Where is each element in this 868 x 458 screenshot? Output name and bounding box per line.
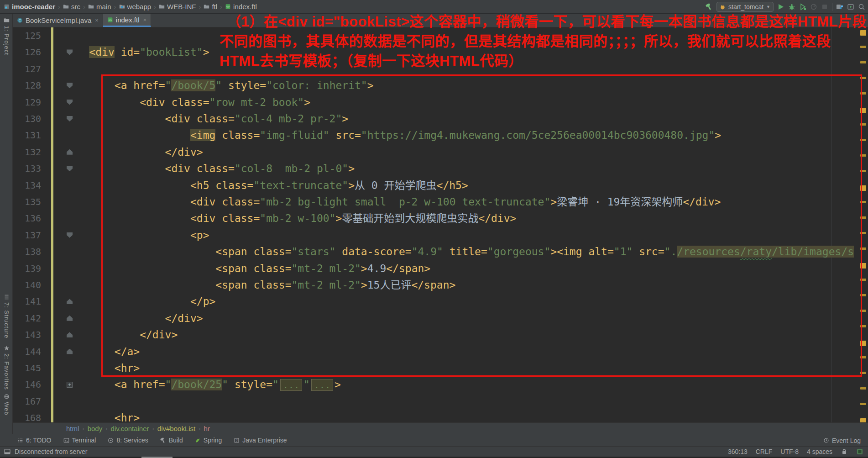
terminal-icon xyxy=(63,437,69,443)
structure-stripe-icon xyxy=(4,294,10,300)
line-number: 134 xyxy=(13,177,41,194)
breadcrumb-item-div.container[interactable]: div.container xyxy=(111,425,149,432)
path-item-main[interactable]: main xyxy=(88,3,111,11)
event-log-label: Event Log xyxy=(832,437,861,444)
run-window-icon[interactable] xyxy=(847,3,854,11)
close-icon[interactable]: × xyxy=(143,16,147,23)
toolwindow-button-label: 8: Services xyxy=(116,437,148,444)
run-icon[interactable] xyxy=(777,3,784,11)
breadcrumb-separator: › xyxy=(105,425,107,432)
close-icon[interactable]: × xyxy=(95,17,99,24)
tool-stripe-label: 2: Favorites xyxy=(3,353,10,390)
encoding-indicator[interactable]: UTF-8 xyxy=(780,448,799,455)
path-label: main xyxy=(96,3,111,11)
path-item-WEB-INF[interactable]: WEB-INF xyxy=(159,3,196,11)
path-item-webapp[interactable]: webapp xyxy=(119,3,152,11)
code-text: <hr> xyxy=(64,410,140,422)
toolwindow-button-spring[interactable]: Spring xyxy=(195,437,222,444)
tab-index.ftl[interactable]: <>index.ftl× xyxy=(103,14,151,27)
toolwindow-switcher-icon[interactable] xyxy=(4,448,11,455)
tab-BookServiceImpl.java[interactable]: CBookServiceImpl.java× xyxy=(13,14,103,27)
caret-position[interactable]: 360:13 xyxy=(728,448,748,455)
tomcat-icon xyxy=(720,4,726,10)
toolwindow-button--services[interactable]: 8: Services xyxy=(108,437,148,444)
folder-icon xyxy=(88,4,94,10)
annotation-rectangle xyxy=(101,74,862,377)
warning-stripe-mark xyxy=(860,30,866,36)
code-line-167[interactable]: 167 xyxy=(13,393,868,410)
event-log-button[interactable]: Event Log xyxy=(823,434,861,447)
web-stripe-icon xyxy=(4,394,10,400)
svg-text:J: J xyxy=(236,438,237,442)
breadcrumb-item-div#bookList[interactable]: div#bookList xyxy=(157,425,195,432)
folder-icon xyxy=(159,4,165,10)
annotation-text-line-3: HTML去书写模板；（复制一下这块HTML代码） xyxy=(220,53,523,69)
breadcrumb-separator: › xyxy=(152,425,154,432)
line-number: 168 xyxy=(13,410,41,422)
build-icon xyxy=(160,437,166,443)
tool-stripe-button--favorites[interactable]: 2: Favorites xyxy=(0,345,13,390)
breadcrumb-separator: › xyxy=(82,425,84,432)
left-tool-stripe: 1: Project7: Structure2: FavoritesWeb xyxy=(0,14,13,434)
tab-label: BookServiceImpl.java xyxy=(26,16,91,24)
path-item-src[interactable]: src xyxy=(63,3,80,11)
coverage-icon[interactable] xyxy=(799,3,806,11)
profiler-icon[interactable] xyxy=(810,3,817,11)
folder-icon xyxy=(63,4,69,10)
path-separator: › xyxy=(153,3,157,11)
tool-stripe-button-web[interactable]: Web xyxy=(0,394,13,416)
search-icon[interactable] xyxy=(858,3,865,11)
ftl-file-icon: <> xyxy=(107,17,113,23)
build-hammer-icon[interactable] xyxy=(706,3,713,11)
toolwindow-button--todo[interactable]: 6: TODO xyxy=(17,437,52,444)
toolwindow-button-label: Spring xyxy=(204,437,222,444)
java-class-icon: C xyxy=(17,17,23,23)
project-structure-icon[interactable] xyxy=(836,3,843,11)
file-path-breadcrumb: imooc-reader›src›main›webapp›WEB-INF›ftl… xyxy=(0,3,257,11)
path-separator: › xyxy=(198,3,202,11)
toolwindow-bar: 6: TODOTerminal8: ServicesBuildSpringJJa… xyxy=(0,434,868,446)
path-label: imooc-reader xyxy=(12,3,55,11)
run-configuration-name: start_tomcat xyxy=(728,3,763,11)
code-line-168[interactable]: 168 <hr> xyxy=(13,410,868,422)
favorites-stripe-icon xyxy=(4,345,10,351)
breadcrumb-item-body[interactable]: body xyxy=(88,425,103,432)
code-text: <div id="bookList"> xyxy=(64,44,209,60)
chevron-down-icon: ▼ xyxy=(766,5,770,9)
line-number: 140 xyxy=(13,277,41,293)
line-number: 126 xyxy=(13,44,41,60)
todo-icon xyxy=(17,437,23,443)
indent-indicator[interactable]: 4 spaces xyxy=(807,448,832,455)
tool-stripe-label: 7: Structure xyxy=(3,302,10,338)
breadcrumb-item-html[interactable]: html xyxy=(66,425,79,432)
path-separator: › xyxy=(57,3,61,11)
toolwindow-button-build[interactable]: Build xyxy=(160,437,183,444)
toolwindow-button-terminal[interactable]: Terminal xyxy=(63,437,96,444)
stop-icon[interactable] xyxy=(821,3,828,11)
tool-stripe-button--project[interactable]: 1: Project xyxy=(0,17,13,55)
line-ending-indicator[interactable]: CRLF xyxy=(756,448,773,455)
toolwindow-button-java-enterprise[interactable]: JJava Enterprise xyxy=(234,437,287,444)
intellij-ide-window: imooc-reader›src›main›webapp›WEB-INF›ftl… xyxy=(0,0,868,458)
path-item-imooc-reader[interactable]: imooc-reader xyxy=(4,3,55,11)
line-number: 143 xyxy=(13,326,41,343)
line-number: 129 xyxy=(13,94,41,111)
path-item-index.ftl[interactable]: <>index.ftl xyxy=(225,3,257,11)
breadcrumb-separator: › xyxy=(199,425,200,432)
breadcrumb-item-hr[interactable]: hr xyxy=(204,425,210,432)
path-item-ftl[interactable]: ftl xyxy=(204,3,217,11)
indicator-icon[interactable] xyxy=(856,448,863,455)
warning-stripe-mark xyxy=(860,46,866,48)
lock-icon[interactable] xyxy=(841,448,848,455)
line-number: 128 xyxy=(13,77,41,94)
toolwindow-button-label: Terminal xyxy=(72,437,96,444)
javaee-icon: J xyxy=(234,437,240,443)
run-configuration-selector[interactable]: start_tomcat▼ xyxy=(716,2,774,12)
code-text: <a href="/book/25" style="..."...> xyxy=(64,376,341,393)
code-line-146[interactable]: 146+ <a href="/book/25" style="..."...> xyxy=(13,376,868,393)
line-number: 135 xyxy=(13,194,41,210)
ftl-file-icon: <> xyxy=(225,4,231,10)
tool-stripe-button--structure[interactable]: 7: Structure xyxy=(0,294,13,338)
debug-icon[interactable] xyxy=(788,3,795,11)
line-number: 137 xyxy=(13,227,41,243)
